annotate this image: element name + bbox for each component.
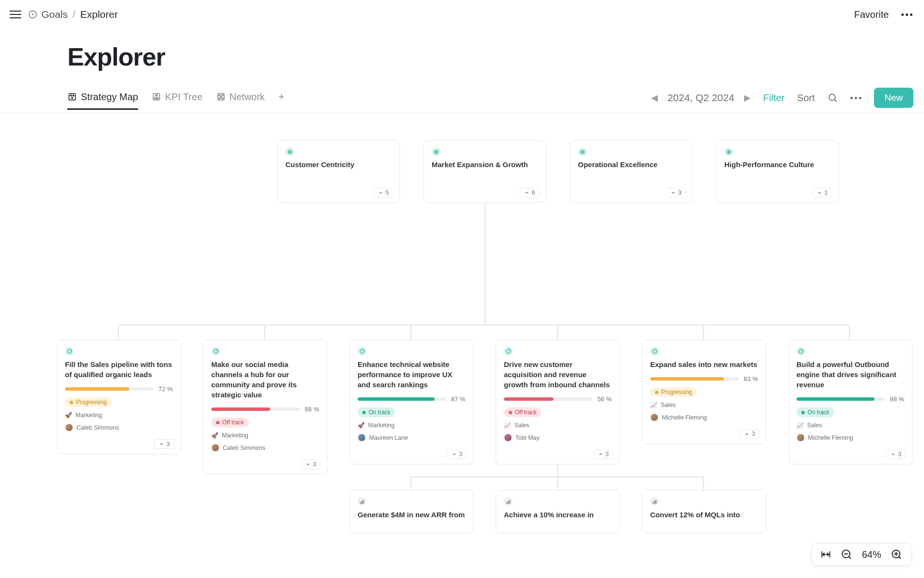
tab-network[interactable]: Network	[216, 92, 265, 109]
pillar-card[interactable]: Customer Centricity 5	[277, 140, 400, 203]
expand-children-button[interactable]: 3	[447, 449, 467, 459]
top-bar: Goals / Explorer Favorite	[0, 0, 924, 29]
expand-children-button[interactable]: 3	[666, 188, 686, 197]
owner-row: Michelle Fleming	[650, 413, 758, 421]
chevron-up-icon	[525, 190, 529, 195]
child-count-label: 1	[824, 189, 828, 196]
owner-name: Maureen Lane	[369, 434, 408, 441]
status-badge: On track	[796, 407, 834, 417]
team-label: Marketing	[222, 432, 248, 439]
subgoal-card[interactable]: Generate $4M in new ARR from	[349, 490, 474, 533]
status-badge: Off track	[211, 418, 249, 427]
child-count-label: 3	[605, 451, 609, 458]
progress-percent: 87 %	[451, 395, 465, 403]
breadcrumb-separator: /	[73, 9, 76, 20]
subgoal-title: Convert 12% of MQLs into	[650, 510, 758, 520]
toolbar-more-button[interactable]	[850, 97, 861, 99]
status-label: On track	[369, 409, 390, 416]
pillar-card[interactable]: Operational Excellence 3	[570, 140, 693, 203]
owner-name: Tobi May	[515, 434, 539, 441]
page-title: Explorer	[67, 42, 924, 71]
filter-button[interactable]: Filter	[763, 92, 784, 104]
progress-row: 56 %	[504, 395, 612, 403]
progress-row: 87 %	[358, 395, 465, 403]
team-label: Sales	[661, 402, 676, 408]
breadcrumb-root[interactable]: Goals	[28, 9, 68, 20]
child-count-label: 3	[678, 189, 681, 196]
child-count-label: 3	[752, 431, 755, 437]
fit-width-icon[interactable]	[821, 549, 831, 560]
tab-strategy-map[interactable]: Strategy Map	[67, 92, 138, 109]
zoom-out-button[interactable]	[841, 549, 852, 560]
svg-rect-9	[157, 98, 158, 99]
zoom-percent: 64%	[862, 549, 881, 560]
expand-children-button[interactable]: 3	[740, 429, 760, 439]
pillar-card[interactable]: High-Performance Culture 1	[716, 140, 839, 203]
child-count-label: 3	[313, 461, 316, 468]
expand-children-button[interactable]: 5	[373, 188, 394, 197]
status-badge: Progressing	[650, 387, 697, 397]
progress-bar	[358, 397, 446, 401]
chart-icon: 📈	[650, 402, 657, 408]
expand-children-button[interactable]: 3	[301, 460, 321, 469]
team-tag: 🚀Marketing	[358, 422, 465, 429]
menu-button[interactable]	[10, 11, 21, 18]
chevron-down-icon	[159, 442, 164, 447]
metric-icon	[504, 497, 513, 506]
team-label: Marketing	[76, 412, 102, 419]
goal-icon	[650, 347, 659, 355]
sort-button[interactable]: Sort	[797, 92, 815, 104]
tab-kpi-tree[interactable]: KPI Tree	[152, 92, 203, 109]
goal-card[interactable]: Build a powerful Outbound engine that dr…	[788, 340, 912, 464]
status-label: On track	[808, 409, 829, 416]
svg-line-49	[899, 557, 901, 559]
status-label: Progressing	[76, 399, 107, 406]
collapse-children-button[interactable]: 6	[520, 188, 540, 197]
search-icon[interactable]	[827, 92, 838, 103]
target-icon	[724, 147, 733, 156]
add-view-button[interactable]: +	[278, 91, 284, 110]
period-label[interactable]: 2024, Q2 2024	[667, 92, 734, 104]
favorite-button[interactable]: Favorite	[854, 9, 889, 20]
period-prev-button[interactable]: ◀	[651, 92, 658, 103]
progress-percent: 72 %	[158, 385, 173, 393]
kpi-tree-icon	[152, 92, 161, 102]
expand-children-button[interactable]: 3	[154, 439, 175, 449]
zoom-control: 64%	[811, 543, 911, 565]
pillar-title: Operational Excellence	[578, 160, 684, 170]
svg-rect-37	[653, 502, 653, 503]
strategy-map-canvas[interactable]: Customer Centricity 5 Market Expansion &…	[0, 113, 924, 578]
progress-percent: 83 %	[744, 375, 758, 382]
svg-rect-8	[154, 98, 156, 99]
rocket-icon: 🚀	[358, 422, 365, 429]
goal-card[interactable]: Drive new customer acquisition and reven…	[496, 340, 620, 464]
goal-card[interactable]: Enhance technical website performance to…	[349, 340, 474, 464]
svg-rect-39	[655, 500, 656, 503]
owner-name: Michelle Fleming	[662, 414, 707, 421]
goal-card[interactable]: Fill the Sales pipeline with tons of qua…	[57, 340, 181, 454]
pillar-card[interactable]: Market Expansion & Growth 6	[424, 140, 546, 203]
avatar	[65, 423, 73, 432]
new-button[interactable]: New	[874, 88, 913, 108]
expand-children-button[interactable]: 3	[886, 449, 906, 459]
period-next-button[interactable]: ▶	[744, 92, 751, 103]
expand-children-button[interactable]: 1	[812, 188, 833, 197]
team-tag: 📈Sales	[504, 422, 612, 429]
pillar-title: High-Performance Culture	[724, 160, 831, 170]
breadcrumb-current[interactable]: Explorer	[80, 9, 118, 20]
goal-card[interactable]: Make our social media channels a hub for…	[203, 340, 327, 474]
goal-card[interactable]: Expand sales into new markets 83 % Progr…	[642, 340, 766, 444]
zoom-in-button[interactable]	[891, 549, 902, 560]
child-count-label: 3	[898, 451, 901, 458]
team-label: Sales	[807, 422, 822, 429]
more-menu-button[interactable]	[899, 12, 914, 18]
progress-row: 83 %	[650, 375, 758, 382]
subgoal-card[interactable]: Convert 12% of MQLs into	[642, 490, 766, 533]
subgoal-card[interactable]: Achieve a 10% increase in	[496, 490, 620, 533]
avatar	[796, 434, 805, 442]
status-badge: Off track	[504, 407, 541, 417]
svg-point-24	[728, 151, 730, 153]
goal-icon	[796, 347, 805, 355]
goal-title: Build a powerful Outbound engine that dr…	[796, 359, 904, 390]
collapse-children-button[interactable]: 3	[593, 449, 614, 459]
